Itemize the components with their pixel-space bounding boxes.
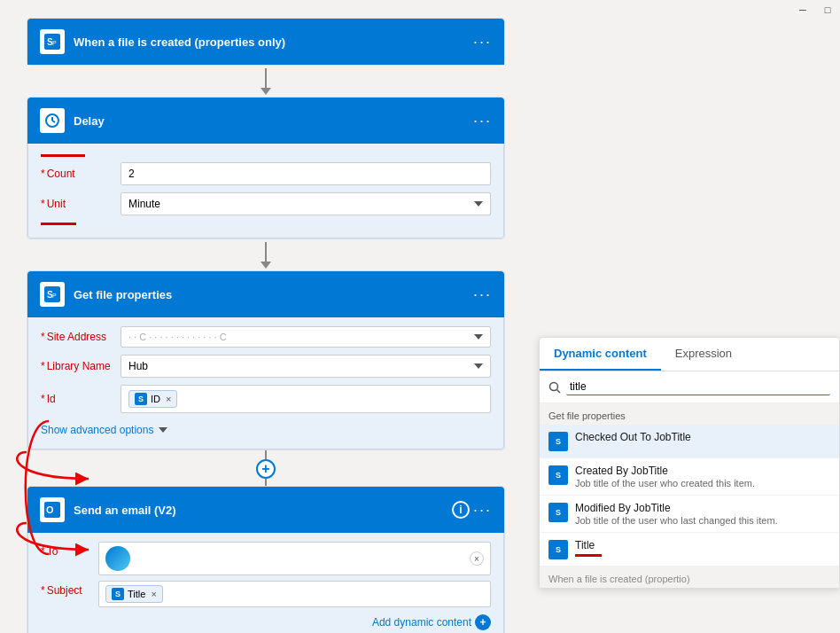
panel-item-3[interactable]: S Title [540, 533, 839, 567]
dynamic-content-panel: Dynamic content Expression Get file prop… [539, 337, 840, 589]
panel-item-text-3: Title [575, 539, 830, 557]
getfile-card-header[interactable]: SP Get file properties ··· [27, 271, 504, 317]
unit-select[interactable]: Minute [121, 192, 491, 215]
site-chevron [474, 334, 483, 340]
panel-item-text-2: Modified By JobTitle Job title of the us… [575, 502, 830, 526]
trigger-more[interactable]: ··· [473, 33, 492, 51]
delay-red-underline [41, 223, 76, 225]
email-title: Send an email (V2) [74, 504, 452, 517]
panel-item-title-1: Created By JobTitle [575, 465, 830, 477]
svg-text:P: P [52, 40, 57, 46]
add-dynamic-link[interactable]: Add dynamic content + [41, 613, 491, 632]
unit-chevron [474, 201, 483, 207]
delay-card-header[interactable]: Delay ··· [27, 98, 504, 144]
unit-row: Unit Minute [41, 192, 491, 215]
id-label: Id [41, 393, 121, 405]
getfile-body: Site Address · · C · · · · · · · · · · ·… [27, 317, 504, 449]
trigger-card: SP When a file is created (properties on… [27, 18, 505, 66]
id-tag-text: ID [151, 394, 160, 404]
panel-search-row [540, 371, 839, 403]
count-row: Count 2 [41, 162, 491, 185]
id-tag-close[interactable]: × [166, 394, 171, 404]
site-row: Site Address · · C · · · · · · · · · · ·… [41, 326, 491, 348]
getfile-card: SP Get file properties ··· Site Address … [27, 270, 505, 450]
panel-search-input[interactable] [566, 379, 830, 395]
panel-item-icon-0: S [548, 432, 568, 451]
panel-item-desc-2: Job title of the user who last changed t… [575, 515, 830, 526]
panel-item-text-0: Checked Out To JobTitle [575, 431, 830, 443]
email-body: To × Subject S Title × Add dynami [27, 533, 504, 633]
subject-tag-text: Title [128, 589, 145, 599]
delay-underline [41, 154, 85, 157]
clock-icon [40, 108, 65, 133]
getfile-title: Get file properties [74, 288, 473, 301]
svg-point-11 [550, 382, 558, 390]
panel-item-title-2: Modified By JobTitle [575, 502, 830, 514]
subject-tag-close[interactable]: × [151, 589, 156, 599]
connector-1 [27, 66, 505, 97]
svg-text:O: O [46, 504, 54, 515]
delay-more[interactable]: ··· [473, 112, 492, 130]
subject-label: Subject [41, 581, 98, 597]
id-row: Id S ID × [41, 385, 491, 413]
delay-body: Count 2 Unit Minute [27, 144, 504, 238]
id-tag: S ID × [128, 390, 177, 408]
sharepoint-icon: SP [40, 29, 65, 54]
panel-item-title-0: Checked Out To JobTitle [575, 431, 830, 443]
email-more[interactable]: ··· [473, 501, 492, 520]
outlook-icon: O [40, 497, 65, 522]
id-input[interactable]: S ID × [121, 385, 491, 413]
email-card-header[interactable]: O Send an email (V2) i ··· [27, 487, 504, 533]
email-card: O Send an email (V2) i ··· To × Subject … [27, 486, 505, 633]
svg-line-12 [557, 389, 561, 393]
library-select[interactable]: Hub [121, 355, 491, 378]
site-select[interactable]: · · C · · · · · · · · · · · · · C [121, 326, 491, 348]
getfile-advanced-chevron [159, 427, 167, 433]
connector-plus: + [27, 450, 505, 486]
getfile-more[interactable]: ··· [473, 285, 492, 304]
svg-line-5 [52, 121, 55, 122]
panel-item-desc-1: Job title of the user who created this i… [575, 478, 830, 488]
panel-item-2[interactable]: S Modified By JobTitle Job title of the … [540, 496, 839, 533]
panel-item-0[interactable]: S Checked Out To JobTitle [540, 425, 839, 458]
count-label: Count [41, 168, 121, 180]
subject-input[interactable]: S Title × [98, 581, 491, 607]
subject-row: Subject S Title × [41, 581, 491, 607]
panel-item-title-3: Title [575, 539, 830, 551]
email-info-icon[interactable]: i [452, 501, 470, 519]
to-input[interactable]: × [98, 542, 491, 575]
connector-2 [27, 239, 505, 270]
library-chevron [474, 363, 483, 369]
getfile-show-advanced[interactable]: Show advanced options [41, 420, 491, 440]
subject-tag-icon: S [112, 588, 124, 600]
panel-section-label: Get file properties [540, 403, 839, 425]
library-row: Library Name Hub [41, 355, 491, 378]
minimize-button[interactable]: ─ [790, 0, 815, 20]
flow-canvas: SP When a file is created (properties on… [0, 0, 532, 633]
tab-dynamic[interactable]: Dynamic content [540, 338, 661, 371]
to-avatar [105, 546, 130, 571]
maximize-button[interactable]: □ [815, 0, 840, 20]
panel-tabs: Dynamic content Expression [540, 338, 839, 371]
panel-item-icon-2: S [548, 503, 568, 522]
count-input[interactable]: 2 [121, 162, 491, 185]
panel-item-icon-1: S [548, 465, 568, 485]
library-label: Library Name [41, 360, 121, 372]
to-close[interactable]: × [470, 551, 484, 566]
add-dynamic-icon[interactable]: + [475, 614, 491, 630]
title-red-underline [575, 554, 602, 557]
tab-expression[interactable]: Expression [661, 338, 746, 371]
search-icon [548, 381, 561, 394]
trigger-title: When a file is created (properties only) [74, 35, 473, 49]
panel-item-1[interactable]: S Created By JobTitle Job title of the u… [540, 458, 839, 496]
trigger-card-header[interactable]: SP When a file is created (properties on… [27, 19, 504, 65]
window-chrome: ─ □ [790, 0, 840, 20]
getfile-sp-icon: SP [40, 282, 65, 307]
delay-card: Delay ··· Count 2 Unit Minute [27, 97, 505, 239]
add-step-button[interactable]: + [256, 459, 276, 479]
site-label: Site Address [41, 331, 121, 343]
to-label: To [41, 542, 98, 558]
panel-item-text-1: Created By JobTitle Job title of the use… [575, 465, 830, 488]
id-tag-icon: S [135, 393, 147, 405]
svg-text:P: P [52, 293, 57, 299]
